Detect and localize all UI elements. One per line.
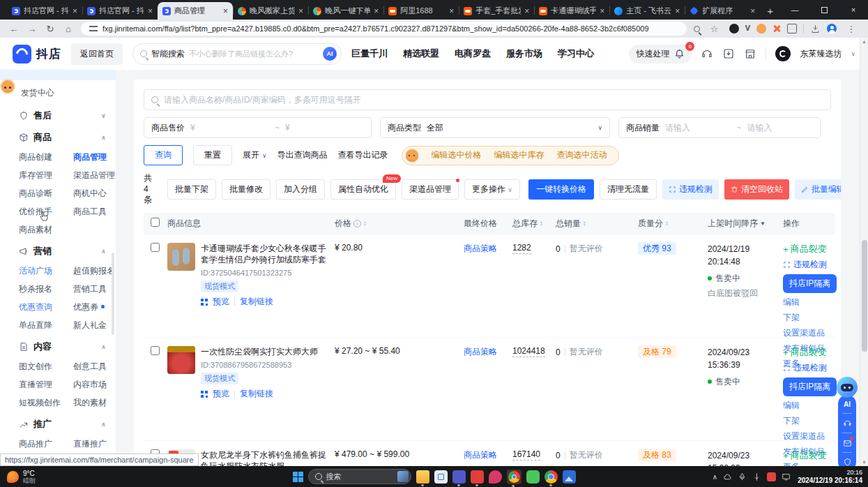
chevron-up-icon[interactable]: ∧ (101, 343, 106, 350)
ai-robot-icon[interactable] (837, 377, 858, 398)
product-image[interactable] (167, 346, 195, 374)
quality-score-badge[interactable]: 及格 79 (638, 345, 676, 358)
extension-icon[interactable] (729, 24, 739, 33)
col-time-sort[interactable]: 上架时间降序▼ (708, 218, 783, 230)
sidebar-item-coupon[interactable]: 优惠券 (73, 301, 116, 313)
sort-icons[interactable]: ▲▼ (665, 220, 669, 226)
channel-mgmt-button[interactable]: 渠道品管理 (402, 179, 459, 200)
row-checkbox[interactable] (151, 243, 160, 252)
price-strategy-link[interactable]: 商品策略 (464, 243, 512, 255)
preview-link[interactable]: 预览 (213, 296, 229, 308)
sidebar-scrollbar[interactable] (112, 253, 114, 335)
edit-link[interactable]: 编辑 (783, 400, 800, 412)
sort-icons[interactable]: ▲▼ (363, 220, 367, 226)
close-tab-icon[interactable]: × (148, 6, 153, 16)
fox-extension-icon[interactable] (0, 79, 15, 94)
chevron-up-icon[interactable]: ∧ (101, 134, 106, 141)
sidebar-item[interactable]: 商品推广 (19, 438, 63, 450)
quick-handle-button[interactable]: 快速处理 6 (629, 45, 692, 63)
sidebar-item[interactable]: 商品诊断 (19, 188, 63, 200)
headset-icon[interactable] (843, 419, 852, 428)
sidebar-item[interactable]: 短视频创作 (19, 397, 63, 409)
security-app-icon[interactable] (767, 472, 776, 481)
back-home-button[interactable]: 返回首页 (71, 43, 123, 65)
qrcode-icon[interactable] (201, 391, 208, 398)
new-tab-button[interactable]: + (760, 2, 780, 20)
set-channel-link[interactable]: 设置渠道品 (783, 327, 825, 339)
sidebar-item[interactable]: 直播管理 (19, 379, 63, 391)
sidebar-item[interactable]: 我的素材 (73, 397, 116, 409)
sidebar-item[interactable]: 活动广场 (19, 265, 63, 277)
sidebar-item[interactable]: 商品创建 (19, 151, 63, 163)
usb-icon[interactable] (752, 472, 761, 481)
browser-tab-active[interactable]: 商品管理 × (158, 2, 233, 20)
product-title[interactable]: 一次性防尘袋啊实打实大师大师 (201, 346, 318, 357)
copy-link[interactable]: 复制链接 (240, 388, 273, 400)
row-checkbox[interactable] (151, 346, 160, 355)
wps-icon[interactable] (471, 470, 484, 484)
empty-trash-button[interactable]: 清空回收站 (724, 179, 789, 200)
sidebar-group-header-promotion[interactable]: 推广 ∧ (0, 418, 116, 430)
product-title[interactable]: 女款尼龙半身下水裤钓鱼捕鱼裤捉鱼玩水服防水衣防水服 (201, 449, 328, 466)
violation-check-link[interactable]: 违规检测 (783, 362, 827, 374)
edit-selected-stock-button[interactable]: 编辑选中库存 (494, 149, 545, 161)
wechat-icon[interactable] (526, 470, 540, 484)
active-app-highlight[interactable] (507, 470, 521, 484)
extensions-puzzle-icon[interactable] (787, 24, 797, 33)
browser-tab[interactable]: 抖店官网 - 抖音小 × (82, 2, 158, 20)
smart-search-box[interactable]: 智能搜索 不小心删除了商品链接怎么办? AI (132, 43, 342, 65)
close-tab-icon[interactable]: × (600, 6, 604, 16)
sidebar-item-shipping-center[interactable]: 发货中心 (0, 80, 116, 100)
doudian-ip-button[interactable]: 抖店IP隔离 (783, 377, 837, 396)
quality-score-badge[interactable]: 及格 83 (638, 449, 676, 461)
pin-app-icon[interactable] (489, 470, 502, 484)
ai-search-icon[interactable]: AI (323, 47, 337, 61)
copy-link[interactable]: 复制链接 (240, 296, 273, 308)
sidebar-item[interactable]: 库存管理 (19, 170, 63, 181)
taskbar-weather[interactable]: 9°C 晴朗 (0, 470, 43, 484)
sidebar-item[interactable]: 商品素材 (19, 224, 63, 236)
scroll-up-arrow[interactable]: ▲ (862, 39, 867, 44)
cloud-icon[interactable] (723, 472, 732, 481)
sidebar-group-header-marketing[interactable]: 营销 ∧ (0, 245, 116, 257)
sidebar-group-header-content[interactable]: 内容 ∧ (0, 340, 116, 353)
close-tab-icon[interactable]: × (73, 6, 77, 16)
shop-avatar[interactable] (775, 46, 791, 61)
file-explorer-icon[interactable] (416, 470, 429, 484)
back-icon[interactable]: ← (6, 24, 22, 34)
zoom-icon[interactable] (694, 26, 700, 32)
download-center-icon[interactable] (722, 47, 735, 60)
sidebar-item-product-management[interactable]: 商品管理 (73, 151, 116, 163)
sidebar-item[interactable]: 超值购报名 (73, 265, 116, 277)
extension-v-icon[interactable]: V (745, 24, 750, 33)
headset-icon[interactable] (701, 47, 713, 60)
scrollbar-thumb[interactable] (862, 240, 867, 352)
keyword-input[interactable] (164, 95, 823, 105)
select-all-checkbox[interactable] (151, 218, 160, 227)
message-icon[interactable] (843, 438, 852, 447)
nav-jingxuan[interactable]: 精选联盟 (403, 47, 439, 60)
close-tab-icon[interactable]: × (298, 6, 303, 16)
price-range-filter[interactable]: 商品售价 ¥ ~ ¥ (144, 117, 372, 138)
sidebar-item[interactable]: 新人礼金 (73, 320, 116, 331)
sidebar-item[interactable]: 商机中心 (73, 188, 116, 200)
expand-filters-button[interactable]: 展开∨ (243, 149, 267, 161)
bookmark-star-icon[interactable]: ☆ (706, 24, 723, 34)
close-tab-icon[interactable]: × (374, 6, 379, 16)
bell-icon[interactable] (674, 49, 685, 59)
nav-luopan[interactable]: 电商罗盘 (455, 47, 491, 60)
chevron-down-icon[interactable]: ∨ (101, 112, 106, 119)
quality-score-badge[interactable]: 优秀 93 (638, 242, 676, 255)
nav-fuwu[interactable]: 服务市场 (506, 47, 542, 60)
add-to-group-button[interactable]: 加入分组 (276, 179, 325, 200)
sidebar-item[interactable]: 渠道品管理 (73, 170, 116, 181)
maximize-button[interactable] (809, 0, 839, 20)
product-fission-button[interactable]: +商品裂变 (783, 243, 827, 255)
address-bar[interactable]: fxg.jinritemai.com/ffa/g/list?btm_ppre=a… (81, 22, 687, 36)
tray-expand-icon[interactable]: ∧ (713, 473, 717, 481)
sidebar-item[interactable]: 秒杀报名 (19, 283, 63, 295)
chevron-down-icon[interactable]: ∨ (851, 50, 855, 57)
doudian-ip-button[interactable]: 抖店IP隔离 (783, 274, 837, 293)
price-strategy-link[interactable]: 商品策略 (464, 449, 512, 461)
sort-icons[interactable]: ▲▼ (540, 220, 543, 226)
